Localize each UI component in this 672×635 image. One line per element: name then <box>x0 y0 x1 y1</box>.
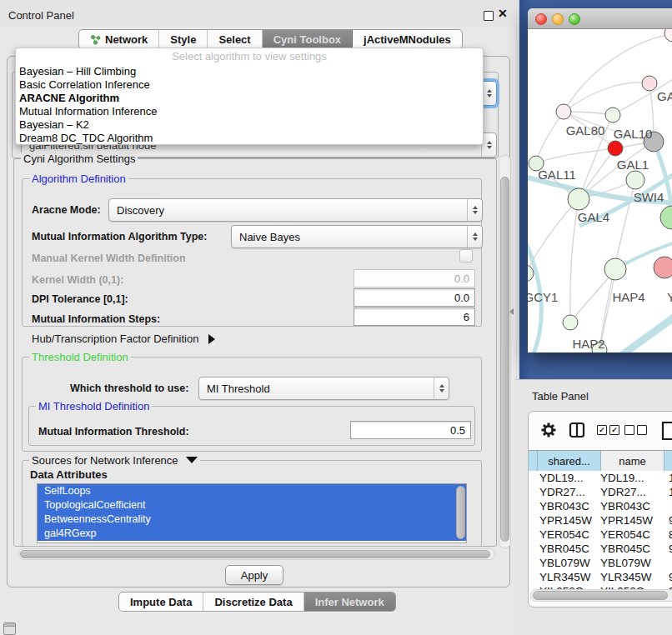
which-threshold-label: Which threshold to use: <box>70 382 188 394</box>
network-icon <box>90 34 101 45</box>
control-panel: Control Panel ✕ Network Style <box>0 0 515 635</box>
network-window[interactable]: GAL80 GAL10 GAL1 GAL11 SWI4 GAL4 GCY1 HA… <box>528 8 672 352</box>
dropdown-item[interactable]: Dream8 DC_TDC Algorithm <box>16 132 483 145</box>
data-attributes-label: Data Attributes <box>30 468 108 481</box>
node-label: GAL10 <box>614 127 653 141</box>
tab-discretize-data[interactable]: Discretize Data <box>203 592 303 611</box>
table-container: ✓✓ shared... name <box>528 411 672 608</box>
sources-group-title[interactable]: Sources for Network Inference <box>29 454 200 467</box>
close-icon[interactable]: ✕ <box>498 7 508 20</box>
expand-right-icon <box>208 334 215 344</box>
node-label: GCY1 <box>528 290 558 304</box>
row-gutter-header[interactable] <box>529 451 538 471</box>
node-label: SWI4 <box>634 190 664 204</box>
apply-button[interactable]: Apply <box>225 565 283 585</box>
column-header-name[interactable]: name <box>601 451 664 471</box>
mi-threshold-label: Mutual Information Threshold: <box>38 426 189 438</box>
algorithm-definition-title: Algorithm Definition <box>29 172 128 185</box>
network-window-titlebar[interactable] <box>528 8 672 29</box>
kernel-width-label: Kernel Width (0,1): <box>32 274 123 286</box>
table-hscroll-thumb[interactable] <box>533 591 668 600</box>
list-item[interactable]: SelfLoops <box>38 484 466 498</box>
table-row[interactable]: YDL19...YDL19...13 <box>529 472 672 486</box>
float-window-icon[interactable] <box>484 11 494 21</box>
table-row[interactable]: YDR27...YDR27...12 <box>529 486 672 500</box>
which-threshold-combobox[interactable]: MI Threshold <box>198 377 449 400</box>
close-traffic-light[interactable] <box>535 13 547 25</box>
column-header-partial[interactable] <box>664 451 672 471</box>
dpi-tolerance-label: DPI Tolerance [0,1]: <box>32 293 128 305</box>
app-root: Control Panel ✕ Network Style <box>0 0 672 635</box>
mi-type-label: Mutual Information Algorithm Type: <box>32 231 207 242</box>
network-node <box>664 29 672 42</box>
table-header: shared... name <box>529 450 672 472</box>
manual-kernel-checkbox[interactable] <box>459 249 473 262</box>
data-attributes-list[interactable]: SelfLoops TopologicalCoefficient Between… <box>37 483 467 543</box>
network-node <box>654 257 672 278</box>
control-panel-tabs: Network Style Select Cyni Toolbox jActiv… <box>78 29 463 49</box>
tab-impute-data[interactable]: Impute Data <box>119 592 203 611</box>
column-header-shared[interactable]: shared... <box>538 451 601 471</box>
table-row[interactable]: YER054CYER054C8. <box>529 528 672 542</box>
list-scrollbar[interactable] <box>456 486 465 539</box>
aracne-mode-combobox[interactable]: Discovery <box>108 198 483 222</box>
hub-section-toggle[interactable]: Hub/Transcription Factor Definition <box>32 332 215 345</box>
tab-label: Network <box>105 33 148 46</box>
zoom-traffic-light[interactable] <box>569 13 580 25</box>
columns-icon[interactable] <box>569 422 585 442</box>
cyni-bottom-tabs: Impute Data Discretize Data Infer Networ… <box>118 592 396 612</box>
dropdown-placeholder: Select algorithm to view settings <box>16 48 483 65</box>
table-row[interactable]: YBR043CYBR043C <box>529 500 672 514</box>
minimize-traffic-light[interactable] <box>552 13 564 25</box>
mi-type-combobox[interactable]: Naive Bayes <box>231 225 483 248</box>
node-label: GAL80 <box>566 123 605 138</box>
aracne-mode-label: Aracne Mode: <box>32 204 101 216</box>
mi-threshold-field[interactable]: 0.5 <box>350 421 471 439</box>
settings-hscroll-thumb[interactable] <box>20 550 490 558</box>
network-node <box>605 108 620 122</box>
network-node-swi4 <box>626 171 644 189</box>
list-item[interactable]: TopologicalCoefficient <box>38 498 466 512</box>
tab-jactivemnodules[interactable]: jActiveMNodules <box>353 30 462 48</box>
kernel-width-field[interactable]: 0.0 <box>354 269 475 288</box>
table-row[interactable]: YBL079WYBL079W <box>529 557 672 571</box>
dropdown-item[interactable]: Basic Correlation Inference <box>16 78 483 92</box>
node-label: GAL <box>657 89 672 103</box>
gear-icon[interactable] <box>540 422 557 442</box>
node-label: Y <box>667 290 672 304</box>
node-label: HAP2 <box>572 337 604 351</box>
table-body[interactable]: YDL19...YDL19...13 YDR27...YDR27...12 YB… <box>529 471 672 589</box>
deselect-all-icon[interactable] <box>624 425 647 435</box>
dropdown-item[interactable]: Bayesian – Hill Climbing <box>16 65 483 78</box>
network-node-labels: GAL80 GAL10 GAL1 GAL11 SWI4 GAL4 GCY1 HA… <box>528 89 672 351</box>
network-node-gal80 <box>556 104 571 119</box>
table-row[interactable]: YLR345WYLR345W9. <box>529 571 672 585</box>
list-item[interactable]: gal4RGexp <box>38 527 466 541</box>
table-row[interactable]: YBR045CYBR045C9. <box>529 542 672 557</box>
mi-steps-field[interactable]: 6 <box>354 308 475 326</box>
stepper-icon <box>434 378 449 399</box>
network-graph: GAL80 GAL10 GAL1 GAL11 SWI4 GAL4 GCY1 HA… <box>528 29 672 352</box>
stepper-icon <box>467 199 482 221</box>
dropdown-item[interactable]: Mutual Information Inference <box>16 105 483 118</box>
dpi-tolerance-field[interactable]: 0.0 <box>354 288 475 307</box>
mini-panel-icon[interactable] <box>3 622 16 635</box>
node-label: GAL1 <box>617 158 649 172</box>
tab-select[interactable]: Select <box>208 30 262 48</box>
settings-vscroll-thumb[interactable] <box>500 177 509 542</box>
stepper-icon <box>467 226 482 248</box>
dropdown-item[interactable]: Bayesian – K2 <box>16 118 483 132</box>
table-row[interactable]: YPR145WYPR145W9. <box>529 514 672 528</box>
tab-network[interactable]: Network <box>79 30 159 48</box>
dropdown-item-selected[interactable]: ARACNE Algorithm <box>16 92 483 105</box>
tab-cyni-toolbox[interactable]: Cyni Toolbox <box>263 30 353 48</box>
select-all-icon[interactable]: ✓✓ <box>597 425 619 435</box>
document-icon[interactable] <box>660 420 672 445</box>
network-canvas[interactable]: GAL80 GAL10 GAL1 GAL11 SWI4 GAL4 GCY1 HA… <box>528 29 672 352</box>
list-item[interactable]: BetweennessCentrality <box>38 512 466 527</box>
settings-group-title: Cyni Algorithm Settings <box>21 152 138 165</box>
tab-style[interactable]: Style <box>159 30 208 48</box>
divider-handle-icon[interactable] <box>509 308 514 315</box>
tab-infer-network[interactable]: Infer Network <box>304 592 395 611</box>
table-panel: Table Panel <box>515 379 672 635</box>
